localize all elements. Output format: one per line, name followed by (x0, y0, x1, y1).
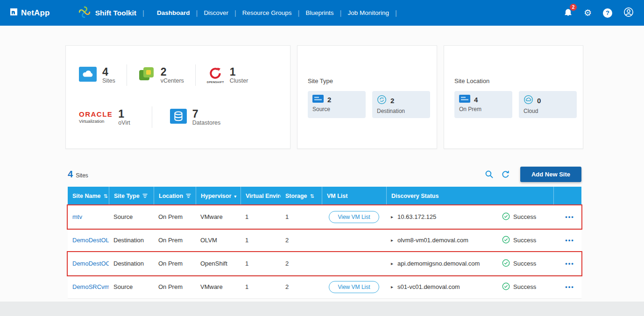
endpoint-text: s01-vc01.demoval.com (397, 283, 460, 290)
destination-icon (377, 95, 387, 106)
sites-counter: 4 Sites (79, 66, 115, 84)
help-icon: ? (603, 8, 612, 18)
cloud-tile: 0 Cloud (519, 91, 577, 118)
sites-count-label: Sites (76, 172, 88, 179)
shift-toolkit-logo[interactable]: Shift Toolkit (78, 6, 136, 21)
location-cell: On Prem (154, 283, 196, 290)
col-location[interactable]: Location (154, 187, 196, 205)
hypervisor-cell: OpenShift (196, 260, 241, 267)
nav-dashboard[interactable]: Dashboard (157, 9, 190, 16)
cloud-sites-icon (79, 67, 97, 84)
table-row: DemoSRCvmw Source On Prem VMware 1 2 Vie… (68, 275, 581, 299)
nav-discover[interactable]: Discover (204, 9, 228, 16)
brand-name: NetApp (21, 8, 50, 18)
col-site-name[interactable]: Site Name⇅ (68, 187, 109, 205)
chevron-down-icon: ▾ (234, 194, 236, 199)
success-check-icon (502, 259, 510, 268)
site-name-link[interactable]: DemoDestOCP (72, 260, 109, 267)
gear-icon: ⚙ (584, 8, 592, 17)
site-name-link[interactable]: DemoSRCvmw (72, 283, 109, 290)
col-vm-list[interactable]: VM List (322, 187, 386, 205)
site-type-cell: Destination (109, 237, 154, 244)
app-name: Shift Toolkit (95, 9, 136, 17)
nav-resource-groups[interactable]: Resource Groups (242, 9, 292, 16)
vcenters-counter: 2 vCenters (138, 66, 184, 84)
nav-blueprints[interactable]: Blueprints (306, 9, 334, 16)
storage-cell: 1 (281, 213, 322, 220)
expand-toggle-icon[interactable]: ▸ (391, 261, 393, 266)
status-badge: Success (497, 282, 553, 292)
status-badge: Success (497, 236, 553, 245)
settings-button[interactable]: ⚙ (584, 8, 592, 17)
refresh-icon[interactable] (501, 170, 510, 179)
col-status-blank (497, 187, 553, 205)
openshift-cluster-counter: OPENSHIFT 1 Cluster (207, 66, 248, 84)
inventory-summary-card: 4 Sites 2 vCenters OPENSHIFT (65, 45, 290, 149)
filter-icon (186, 193, 191, 199)
netapp-logo[interactable]: NetApp (10, 8, 50, 18)
site-type-cell: Destination (109, 260, 154, 267)
col-hypervisor[interactable]: Hypervisor▾ (196, 187, 241, 205)
hypervisor-cell: VMware (196, 213, 241, 220)
sort-icon: ⇅ (103, 193, 107, 199)
openshift-icon: OPENSHIFT (207, 66, 224, 84)
row-actions-menu[interactable]: ••• (558, 213, 581, 220)
location-cell: On Prem (154, 237, 196, 244)
table-row: DemoDestOCP Destination On Prem OpenShif… (68, 252, 581, 275)
on-prem-tile: 4 On Prem (454, 91, 512, 118)
help-button[interactable]: ? (603, 8, 612, 18)
endpoint-text: 10.63.172.125 (397, 213, 436, 220)
source-tile: 2 Source (308, 91, 366, 118)
top-navigation-bar: NetApp Shift Toolkit | Dashboard | Disco… (0, 0, 644, 26)
filter-icon (142, 193, 148, 199)
footer-strip (0, 302, 644, 316)
expand-toggle-icon[interactable]: ▸ (391, 238, 393, 243)
source-icon (312, 95, 324, 105)
site-name-link[interactable]: DemoDestOLVt (72, 237, 109, 244)
row-actions-menu[interactable]: ••• (558, 283, 581, 290)
ovirt-counter: ORACLE Virtualization 1 oVirt (79, 108, 130, 126)
cloud-location-icon (524, 95, 533, 106)
row-actions-menu[interactable]: ••• (558, 260, 581, 267)
col-virtual-environment[interactable]: Virtual Environ (241, 187, 281, 205)
expand-toggle-icon[interactable]: ▸ (391, 214, 393, 219)
table-row: DemoDestOLVt Destination On Prem OLVM 1 … (68, 229, 581, 252)
add-new-site-button[interactable]: Add New Site (520, 167, 581, 182)
sites-count: 4 (68, 169, 73, 180)
site-location-title: Site Location (444, 46, 583, 84)
success-check-icon (502, 212, 510, 222)
notifications-button[interactable]: 2 (564, 7, 573, 19)
col-actions-blank (553, 187, 581, 205)
status-badge: Success (497, 259, 553, 268)
virtual-env-cell: 1 (241, 283, 281, 290)
col-site-type[interactable]: Site Type (109, 187, 154, 205)
success-check-icon (502, 236, 510, 245)
virtual-env-cell: 1 (241, 260, 281, 267)
site-name-link[interactable]: mtv (72, 213, 82, 220)
view-vm-list-button[interactable]: View VM List (329, 281, 379, 293)
search-icon[interactable] (485, 170, 494, 179)
hypervisor-cell: VMware (196, 283, 241, 290)
on-prem-icon (459, 95, 470, 105)
expand-toggle-icon[interactable]: ▸ (391, 284, 393, 289)
col-discovery-status[interactable]: Discovery Status (386, 187, 497, 205)
hypervisor-cell: OLVM (196, 237, 241, 244)
success-check-icon (502, 282, 510, 292)
oracle-virtualization-logo: ORACLE Virtualization (79, 111, 113, 124)
col-storage[interactable]: Storage⇅ (281, 187, 322, 205)
storage-cell: 2 (281, 237, 322, 244)
nav-job-monitoring[interactable]: Job Monitoring (347, 9, 389, 16)
status-badge: Success (497, 212, 553, 222)
notification-badge: 2 (570, 4, 577, 11)
view-vm-list-button[interactable]: View VM List (329, 211, 379, 223)
endpoint-text: api.demomigsno.demoval.com (397, 260, 480, 267)
sort-icon: ⇅ (310, 193, 314, 199)
row-actions-menu[interactable]: ••• (558, 237, 581, 244)
table-row: mtv Source On Prem VMware 1 1 View VM Li… (68, 205, 581, 229)
destination-tile: 2 Destination (372, 91, 430, 118)
account-button[interactable] (623, 7, 634, 19)
main-nav: Dashboard | Discover | Resource Groups |… (157, 9, 403, 17)
endpoint-text: olvm8-vm01.demoval.com (397, 237, 468, 244)
site-type-card: Site Type 2 Source 2 Destination (297, 45, 437, 149)
site-type-cell: Source (109, 213, 154, 220)
